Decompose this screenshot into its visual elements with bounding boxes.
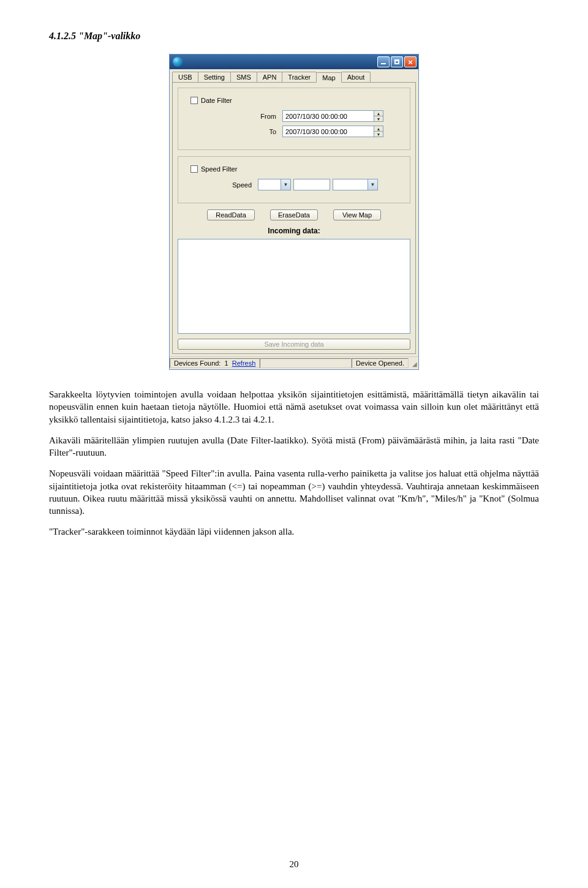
read-data-button[interactable]: ReadData <box>207 209 255 220</box>
tab-apn[interactable]: APN <box>257 72 283 82</box>
status-device-opened: Device Opened. <box>352 358 409 368</box>
save-incoming-data-button[interactable]: Save Incoming data <box>178 339 410 350</box>
tab-about[interactable]: About <box>341 72 371 82</box>
date-filter-group: Date Filter From ▲▼ To ▲▼ <box>178 88 410 150</box>
tab-map[interactable]: Map <box>316 72 341 83</box>
tab-setting[interactable]: Setting <box>198 72 231 82</box>
section-heading: 4.1.2.5 "Map"-valikko <box>49 31 539 42</box>
resize-grip-icon[interactable]: ◢ <box>409 358 418 368</box>
incoming-data-label: Incoming data: <box>178 227 410 235</box>
status-devices-found: Devices Found: 1 Refresh <box>170 358 260 368</box>
app-icon <box>173 57 183 67</box>
status-spacer <box>260 358 352 368</box>
refresh-link[interactable]: Refresh <box>232 359 256 367</box>
status-devices-found-value: 1 <box>225 359 228 367</box>
to-date-spinner[interactable]: ▲▼ <box>374 126 383 137</box>
speed-filter-checkbox[interactable] <box>190 165 198 173</box>
to-date-input[interactable] <box>282 126 374 137</box>
status-devices-found-label: Devices Found: <box>174 359 221 367</box>
tab-panel-map: Date Filter From ▲▼ To ▲▼ <box>172 82 416 354</box>
from-date-input[interactable] <box>282 110 374 122</box>
speed-label: Speed <box>184 181 258 189</box>
to-label: To <box>209 128 282 135</box>
tab-tracker[interactable]: Tracker <box>282 72 317 82</box>
speed-comparator-dropdown-icon[interactable]: ▼ <box>281 179 291 190</box>
speed-unit-select[interactable] <box>333 179 368 190</box>
speed-comparator-select[interactable] <box>258 179 281 190</box>
action-button-row: ReadData EraseData View Map <box>178 209 410 220</box>
page-number: 20 <box>0 859 588 870</box>
date-filter-checkbox-label: Date Filter <box>201 97 232 104</box>
minimize-button[interactable] <box>377 56 390 67</box>
maximize-button[interactable] <box>391 56 403 67</box>
paragraph-3: Nopeusväli voidaan määrittää "Speed Filt… <box>49 467 539 517</box>
window-controls: × <box>377 56 417 67</box>
close-button[interactable]: × <box>404 56 417 67</box>
tab-sms[interactable]: SMS <box>230 72 257 82</box>
application-window: × USB Setting SMS APN Tracker Map About … <box>169 54 419 370</box>
speed-unit-dropdown-icon[interactable]: ▼ <box>368 179 378 190</box>
status-bar: Devices Found: 1 Refresh Device Opened. … <box>170 356 418 369</box>
erase-data-button[interactable]: EraseData <box>270 209 318 220</box>
screenshot-container: × USB Setting SMS APN Tracker Map About … <box>49 54 539 370</box>
paragraph-4: "Tracker"-sarakkeen toiminnot käydään lä… <box>49 525 539 538</box>
window-titlebar: × <box>170 55 418 69</box>
date-filter-checkbox[interactable] <box>190 97 198 104</box>
speed-filter-checkbox-label: Speed Filter <box>201 165 237 173</box>
from-date-spinner[interactable]: ▲▼ <box>374 110 383 122</box>
paragraph-2: Aikaväli määritellään ylimpien ruutujen … <box>49 434 539 459</box>
speed-filter-group: Speed Filter Speed ▼ ▼ <box>178 156 410 203</box>
speed-value-input[interactable] <box>293 179 330 190</box>
tab-bar: USB Setting SMS APN Tracker Map About <box>170 69 418 82</box>
view-map-button[interactable]: View Map <box>333 209 381 220</box>
paragraph-1: Sarakkeelta löytyvien toimintojen avulla… <box>49 388 539 426</box>
incoming-data-listbox[interactable] <box>178 239 410 334</box>
tab-usb[interactable]: USB <box>172 72 198 82</box>
from-label: From <box>209 113 282 120</box>
